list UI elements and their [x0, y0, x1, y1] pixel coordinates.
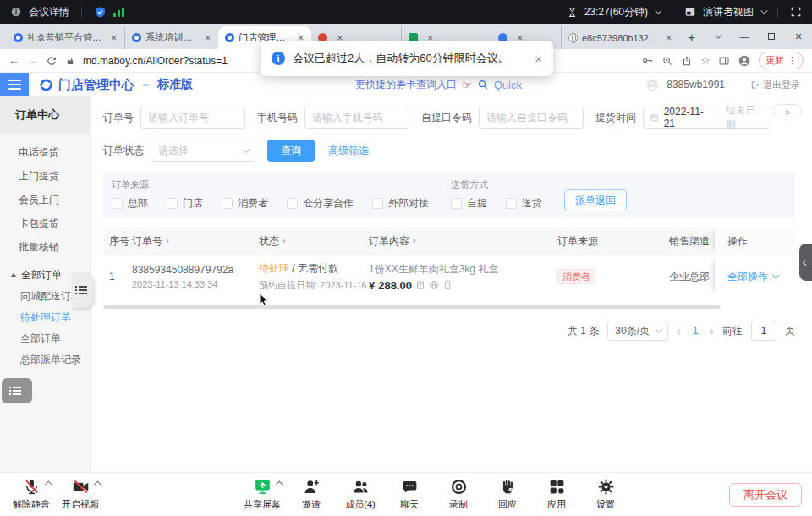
order-no-input[interactable]: [140, 107, 245, 129]
info-icon[interactable]: [10, 6, 22, 18]
window-maximize-icon[interactable]: [758, 24, 785, 49]
phone-input[interactable]: [304, 107, 409, 129]
sort-icon[interactable]: ▲▼: [282, 239, 287, 244]
coupon-query-entry-link[interactable]: 更快捷的券卡查询入口: [355, 78, 457, 92]
advanced-filter-link[interactable]: 高级筛选: [328, 144, 369, 158]
prev-page-icon[interactable]: ‹: [677, 324, 681, 338]
sidebar-item-hq-dispatch-records[interactable]: 总部派单记录: [0, 349, 90, 371]
unmute-button[interactable]: 解除静音: [7, 473, 56, 516]
network-signal-icon[interactable]: [113, 7, 124, 17]
sidebar-item-door-pickup[interactable]: 上门提货: [0, 164, 90, 188]
fullscreen-icon[interactable]: [790, 6, 802, 18]
forward-icon[interactable]: →: [27, 54, 38, 67]
checkbox-option-external[interactable]: 外部对接: [372, 196, 429, 211]
window-minimize-icon[interactable]: —: [731, 24, 758, 49]
share-options-caret[interactable]: [276, 480, 283, 487]
sidebar-toggle-button[interactable]: [0, 73, 29, 96]
sidebar-item-all-orders[interactable]: 全部订单: [0, 328, 90, 349]
checkbox-icon[interactable]: [222, 198, 233, 209]
start-video-button[interactable]: 开启视频: [56, 473, 105, 516]
sidebar-item-phone-pickup[interactable]: 电话提货: [0, 140, 90, 164]
members-button[interactable]: 成员(4): [336, 473, 385, 516]
checkbox-icon[interactable]: [287, 198, 298, 209]
bookmark-star-icon[interactable]: ☆: [700, 54, 710, 67]
goto-page-input[interactable]: [751, 321, 776, 341]
user-avatar[interactable]: [645, 78, 660, 92]
zoom-icon[interactable]: [661, 55, 673, 67]
horizontal-scrollbar[interactable]: [103, 305, 721, 309]
leave-meeting-button[interactable]: 离开会议: [729, 483, 802, 507]
globe-icon[interactable]: [429, 280, 439, 290]
profile-avatar-icon[interactable]: [738, 54, 751, 68]
sidebar-item-member-visit[interactable]: 会员上门: [0, 188, 90, 211]
mic-options-caret[interactable]: [45, 480, 52, 487]
view-mode-label[interactable]: 演讲者视图: [703, 5, 754, 19]
tab-close-icon[interactable]: ×: [665, 33, 672, 43]
start-date-value[interactable]: 2022-11-21: [664, 106, 714, 129]
window-menu-icon[interactable]: [704, 24, 731, 49]
collapse-filters-button[interactable]: »: [773, 104, 802, 118]
meeting-timer[interactable]: 23:27(60分钟): [584, 5, 648, 19]
window-close-icon[interactable]: ×: [785, 24, 812, 49]
page-size-select[interactable]: 30条/页: [607, 321, 668, 341]
browser-tab[interactable]: 系统培训学习×: [124, 26, 218, 49]
browser-menu-icon[interactable]: ⋮: [787, 55, 797, 66]
checkbox-option-consumer[interactable]: 消费者: [222, 196, 268, 211]
share-screen-button[interactable]: 共享屏幕: [238, 473, 287, 516]
drawer-handle[interactable]: [72, 272, 93, 308]
video-options-caret[interactable]: [94, 480, 101, 487]
search-button[interactable]: 查询: [267, 140, 315, 162]
checkbox-icon[interactable]: [451, 198, 462, 209]
checkbox-option-hq[interactable]: 总部: [112, 196, 148, 211]
checkbox-option-self-pickup[interactable]: 自提: [451, 196, 487, 211]
receipt-icon[interactable]: [415, 280, 425, 290]
view-dropdown-icon[interactable]: [760, 7, 767, 14]
end-date-placeholder[interactable]: 结束日期: [725, 103, 765, 132]
logout-button[interactable]: 退出登录: [750, 79, 800, 91]
settings-button[interactable]: 设置: [581, 473, 630, 516]
phone-icon[interactable]: [442, 280, 453, 290]
share-icon[interactable]: [681, 55, 693, 67]
col-content[interactable]: 订单内容▲▼: [369, 234, 542, 249]
url-text[interactable]: md.maboy.cn/AllOrder?status=1: [83, 55, 228, 67]
pickup-date-range[interactable]: 2022-11-21 - 结束日期: [643, 107, 771, 129]
sidebar-item-batch-verify[interactable]: 批量核销: [0, 235, 90, 259]
floating-task-button[interactable]: [2, 378, 32, 403]
reactions-button[interactable]: 回应: [483, 473, 532, 516]
timer-dropdown-icon[interactable]: [655, 7, 661, 14]
sort-icon[interactable]: ▲▼: [165, 239, 170, 244]
notification-close-icon[interactable]: ×: [535, 52, 542, 66]
browser-tab[interactable]: 礼盒营销平台管理中心×: [7, 26, 124, 49]
all-actions-dropdown[interactable]: 全部操作: [727, 270, 777, 284]
right-drawer-handle[interactable]: [799, 244, 812, 281]
password-key-icon[interactable]: [641, 54, 654, 67]
new-tab-button[interactable]: +: [679, 30, 704, 44]
quick-label[interactable]: Quick: [494, 79, 522, 91]
checkbox-option-warehouse-share[interactable]: 仓分享合作: [287, 196, 354, 211]
apps-button[interactable]: 应用: [532, 473, 581, 516]
meeting-details-label[interactable]: 会议详情: [29, 5, 69, 19]
checkbox-icon[interactable]: [506, 198, 517, 209]
col-order-no[interactable]: 订单号▲▼: [132, 234, 259, 249]
next-page-icon[interactable]: ›: [710, 324, 714, 338]
sort-icon[interactable]: ▲▼: [412, 239, 417, 244]
tab-close-icon[interactable]: ×: [110, 33, 118, 43]
sidebar-item-pending-orders[interactable]: 待处理订单: [0, 307, 90, 328]
shield-check-icon[interactable]: [94, 6, 107, 19]
record-button[interactable]: 录制: [434, 473, 483, 516]
checkbox-option-delivery[interactable]: 送货: [506, 196, 542, 211]
checkbox-icon[interactable]: [167, 198, 178, 209]
current-page[interactable]: 1: [689, 325, 702, 337]
reload-icon[interactable]: [46, 55, 58, 67]
checkbox-option-store[interactable]: 门店: [167, 196, 203, 211]
pickup-code-input[interactable]: [479, 107, 584, 129]
dispatch-return-button[interactable]: 派单退回: [564, 189, 627, 211]
side-panel-icon[interactable]: [718, 55, 730, 67]
tab-close-icon[interactable]: ×: [204, 33, 211, 43]
invite-button[interactable]: 邀请: [287, 473, 336, 516]
quick-search-icon[interactable]: [477, 79, 489, 91]
browser-tab[interactable]: e8c573980b1328a258fd2e618×: [561, 26, 679, 49]
username[interactable]: 8385wb1991: [667, 79, 725, 91]
col-status[interactable]: 状态▲▼: [259, 234, 369, 249]
back-icon[interactable]: ←: [8, 54, 19, 67]
